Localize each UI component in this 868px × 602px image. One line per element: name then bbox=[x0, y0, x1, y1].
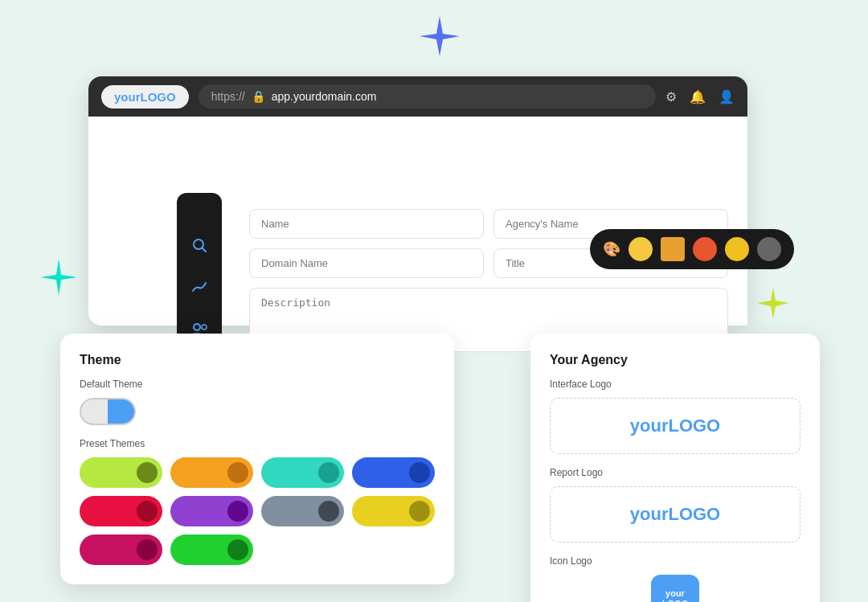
preset-themes-label: Preset Themes bbox=[80, 438, 435, 449]
interface-logo-display: yourLOGO bbox=[630, 416, 720, 436]
report-logo-display: yourLOGO bbox=[630, 504, 720, 525]
report-logo-normal: your bbox=[630, 504, 669, 524]
interface-logo-upload[interactable]: yourLOGO bbox=[550, 398, 800, 454]
toggle-knob bbox=[113, 403, 131, 420]
agency-panel: Your Agency Interface Logo yourLOGO Repo… bbox=[530, 334, 820, 602]
default-theme-label: Default Theme bbox=[80, 379, 435, 390]
preset-knob-green bbox=[227, 539, 248, 560]
preset-pink[interactable] bbox=[80, 534, 162, 565]
chart-sidebar-icon[interactable] bbox=[191, 280, 207, 300]
bell-icon[interactable]: 🔔 bbox=[690, 89, 706, 104]
theme-panel-title: Theme bbox=[80, 353, 435, 367]
browser-toolbar: yourLOGO https:// 🔒 app.yourdomain.com ⚙… bbox=[88, 76, 747, 117]
domain-input[interactable] bbox=[249, 248, 484, 278]
browser-logo: yourLOGO bbox=[101, 85, 189, 109]
icon-logo-upload[interactable]: yourLOGO bbox=[651, 575, 699, 602]
preset-blue[interactable] bbox=[352, 457, 435, 488]
preset-knob-gray bbox=[318, 501, 339, 522]
preset-green[interactable] bbox=[170, 534, 253, 565]
sparkle-blue-icon bbox=[418, 14, 462, 59]
preset-orange[interactable] bbox=[170, 457, 253, 488]
swatch-gold[interactable] bbox=[725, 237, 749, 261]
preset-knob-purple bbox=[227, 501, 248, 522]
logo-normal: your bbox=[114, 90, 141, 104]
preset-knob-orange bbox=[227, 462, 248, 483]
url-domain: app.yourdomain.com bbox=[272, 90, 377, 103]
swatch-yellow[interactable] bbox=[628, 237, 653, 261]
lock-icon: 🔒 bbox=[252, 90, 265, 103]
preset-purple[interactable] bbox=[170, 496, 253, 526]
preset-knob-blue bbox=[409, 462, 430, 483]
color-picker-popup: 🎨 bbox=[590, 229, 794, 269]
sparkle-teal-icon bbox=[39, 257, 79, 297]
logo-display-normal: your bbox=[630, 416, 669, 436]
report-logo-upload[interactable]: yourLOGO bbox=[550, 486, 800, 543]
preset-knob-teal bbox=[318, 462, 339, 483]
icon-logo-label: Icon Logo bbox=[550, 555, 800, 567]
svg-point-2 bbox=[194, 324, 200, 330]
agency-panel-title: Your Agency bbox=[550, 353, 800, 367]
url-protocol: https:// bbox=[211, 90, 245, 103]
name-input[interactable] bbox=[249, 209, 484, 239]
preset-knob-red bbox=[137, 501, 158, 522]
preset-yellow[interactable] bbox=[352, 496, 435, 526]
url-bar: https:// 🔒 app.yourdomain.com bbox=[199, 84, 656, 109]
svg-line-1 bbox=[203, 248, 207, 252]
report-logo-label: Report Logo bbox=[550, 467, 800, 478]
preset-grid bbox=[80, 457, 435, 565]
preset-lime[interactable] bbox=[80, 457, 162, 488]
logo-display-accent: LOGO bbox=[668, 416, 720, 436]
svg-point-3 bbox=[202, 325, 207, 330]
theme-panel: Theme Default Theme Preset Themes bbox=[60, 334, 454, 584]
swatch-orange-red[interactable] bbox=[693, 237, 717, 261]
preset-gray[interactable] bbox=[261, 496, 344, 526]
palette-icon: 🎨 bbox=[603, 240, 620, 258]
logo-accent: LOGO bbox=[141, 90, 176, 104]
preset-teal[interactable] bbox=[261, 457, 344, 488]
preset-knob-yellow bbox=[409, 501, 430, 522]
preset-knob-lime bbox=[137, 462, 158, 483]
toggle-container bbox=[80, 398, 435, 425]
report-logo-accent: LOGO bbox=[668, 504, 720, 524]
preset-red[interactable] bbox=[80, 496, 162, 526]
swatch-orange-yellow[interactable] bbox=[661, 237, 685, 261]
icon-logo-container: yourLOGO bbox=[550, 575, 800, 602]
default-theme-toggle[interactable] bbox=[80, 398, 136, 425]
interface-logo-label: Interface Logo bbox=[550, 379, 800, 390]
sparkle-yellow-icon bbox=[755, 285, 792, 321]
settings-icon[interactable]: ⚙ bbox=[665, 89, 677, 104]
swatch-dark-gray[interactable] bbox=[757, 237, 781, 261]
preset-knob-pink bbox=[137, 539, 158, 560]
browser-action-icons: ⚙ 🔔 👤 bbox=[665, 89, 735, 104]
user-icon[interactable]: 👤 bbox=[719, 89, 735, 104]
search-sidebar-icon[interactable] bbox=[191, 237, 207, 257]
browser-window: yourLOGO https:// 🔒 app.yourdomain.com ⚙… bbox=[88, 76, 747, 326]
